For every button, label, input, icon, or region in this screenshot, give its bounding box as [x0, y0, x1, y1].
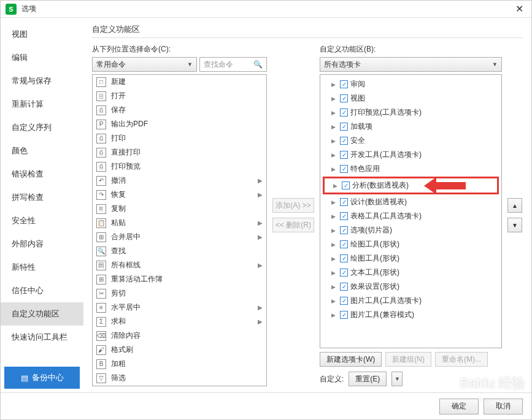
command-item[interactable]: ⎘复制 — [93, 202, 266, 216]
command-item[interactable]: ⊞合并居中▶ — [93, 230, 266, 244]
checkbox[interactable]: ✓ — [340, 311, 348, 319]
checkbox[interactable]: ✓ — [340, 94, 348, 102]
checkbox[interactable]: ✓ — [340, 109, 348, 116]
tree-item[interactable]: ▶✓开发工具(工具选项卡) — [323, 148, 499, 162]
checkbox[interactable]: ✓ — [340, 165, 348, 173]
command-source-dropdown[interactable]: 常用命令 ▼ — [92, 57, 197, 72]
checkbox[interactable]: ✓ — [340, 240, 348, 248]
command-item[interactable]: ↷恢复▶ — [93, 188, 266, 202]
checkbox[interactable]: ✓ — [340, 123, 348, 131]
expand-toggle-icon[interactable]: ▶ — [331, 312, 337, 318]
backup-center-button[interactable]: ▤ 备份中心 — [4, 367, 80, 389]
command-item[interactable]: ⎙打印 — [93, 131, 266, 145]
expand-toggle-icon[interactable]: ▶ — [331, 227, 337, 234]
expand-toggle-icon[interactable]: ▶ — [331, 213, 337, 220]
tree-item[interactable]: ▶✓特色应用 — [323, 162, 499, 176]
checkbox[interactable]: ✓ — [340, 198, 348, 206]
sidebar-item[interactable]: 编辑 — [1, 46, 83, 69]
add-button[interactable]: 添加(A) >> — [272, 198, 314, 213]
command-item[interactable]: ⎙打印预览 — [93, 159, 266, 174]
sidebar-item[interactable]: 安全性 — [1, 209, 83, 232]
tree-item[interactable]: ▶✓安全 — [323, 134, 499, 148]
tree-item[interactable]: ▶✓视图 — [323, 91, 499, 105]
reset-dropdown-toggle[interactable]: ▼ — [391, 372, 403, 386]
tree-item[interactable]: ▶✓加载项 — [323, 120, 499, 134]
tree-item[interactable]: ▶✓绘图工具(形状) — [323, 251, 499, 265]
checkbox[interactable]: ✓ — [340, 283, 348, 291]
command-item[interactable]: B加粗 — [93, 357, 266, 371]
command-item[interactable]: ≡水平居中▶ — [93, 300, 266, 315]
rename-button[interactable]: 重命名(M)... — [435, 352, 488, 367]
sidebar-item[interactable]: 拼写检查 — [1, 186, 83, 209]
sidebar-item[interactable]: 颜色 — [1, 139, 83, 162]
sidebar-item[interactable]: 外部内容 — [1, 232, 83, 256]
command-item[interactable]: ⊞重算活动工作簿 — [93, 272, 266, 286]
expand-toggle-icon[interactable]: ▶ — [331, 199, 337, 205]
new-group-button[interactable]: 新建组(N) — [385, 352, 431, 367]
sidebar-item[interactable]: 快速访问工具栏 — [1, 326, 83, 349]
tree-item[interactable]: ▶✓效果设置(形状) — [323, 280, 499, 294]
tree-item[interactable]: ▶✓绘图工具(形状) — [323, 237, 499, 251]
tree-item[interactable]: ▶✓选项(切片器) — [323, 223, 499, 237]
sidebar-item[interactable]: 视图 — [1, 23, 83, 46]
tree-item[interactable]: ▶✓分析(数据透视表) — [325, 178, 497, 193]
sidebar-item[interactable]: 自定义功能区 — [1, 302, 83, 326]
tree-item[interactable]: ▶✓审阅 — [323, 77, 499, 91]
reset-dropdown[interactable]: 重置(E) — [349, 372, 387, 386]
tree-item[interactable]: ▶✓图片工具(兼容模式) — [323, 308, 499, 322]
command-item[interactable]: 🖌格式刷 — [93, 343, 266, 357]
expand-toggle-icon[interactable]: ▶ — [331, 138, 337, 144]
command-list[interactable]: □新建⌸打开⎙保存P输出为PDF⎙打印⎙直接打印⎙打印预览↶撤消▶↷恢复▶⎘复制… — [92, 74, 267, 386]
checkbox[interactable]: ✓ — [340, 226, 348, 234]
expand-toggle-icon[interactable]: ▶ — [331, 110, 337, 116]
command-item[interactable]: P输出为PDF — [93, 117, 266, 131]
move-down-button[interactable]: ▼ — [507, 218, 522, 232]
command-item[interactable]: □新建 — [93, 75, 266, 89]
tree-item[interactable]: ▶✓图片工具(工具选项卡) — [323, 294, 499, 308]
command-item[interactable]: ⌫清除内容 — [93, 329, 266, 343]
command-item[interactable]: 📋粘贴▶ — [93, 216, 266, 230]
checkbox[interactable]: ✓ — [340, 269, 348, 277]
sidebar-item[interactable]: 新特性 — [1, 256, 83, 279]
expand-toggle-icon[interactable]: ▶ — [331, 124, 337, 130]
sidebar-item[interactable]: 常规与保存 — [1, 69, 83, 93]
expand-toggle-icon[interactable]: ▶ — [331, 298, 337, 304]
command-item[interactable]: ⌸打开 — [93, 89, 266, 103]
command-item[interactable]: ✂剪切 — [93, 286, 266, 300]
tree-item[interactable]: ▶✓文本工具(形状) — [323, 265, 499, 280]
tree-item[interactable]: ▶✓表格工具(工具选项卡) — [323, 209, 499, 223]
close-button[interactable]: ✕ — [512, 2, 526, 17]
command-item[interactable]: Σ求和▶ — [93, 315, 266, 329]
move-up-button[interactable]: ▲ — [507, 198, 522, 213]
command-item[interactable]: ▽筛选 — [93, 371, 266, 385]
checkbox[interactable]: ✓ — [340, 254, 348, 262]
expand-toggle-icon[interactable]: ▶ — [331, 152, 337, 158]
expand-toggle-icon[interactable]: ▶ — [331, 166, 337, 172]
checkbox[interactable]: ✓ — [340, 137, 348, 145]
command-item[interactable]: 🔍查找 — [93, 244, 266, 258]
checkbox[interactable]: ✓ — [340, 151, 348, 159]
expand-toggle-icon[interactable]: ▶ — [333, 183, 339, 189]
search-input[interactable]: 查找命令 🔍 — [199, 57, 267, 72]
ribbon-tree[interactable]: ▶✓审阅▶✓视图▶✓打印预览(工具选项卡)▶✓加载项▶✓安全▶✓开发工具(工具选… — [320, 74, 502, 348]
expand-toggle-icon[interactable]: ▶ — [331, 284, 337, 290]
command-item[interactable]: ⎙直接打印 — [93, 145, 266, 159]
expand-toggle-icon[interactable]: ▶ — [331, 270, 337, 276]
tree-item[interactable]: ▶✓打印预览(工具选项卡) — [323, 105, 499, 120]
command-item[interactable]: ⎙保存 — [93, 103, 266, 117]
expand-toggle-icon[interactable]: ▶ — [331, 96, 337, 102]
sidebar-item[interactable]: 错误检查 — [1, 162, 83, 186]
checkbox[interactable]: ✓ — [340, 80, 348, 88]
expand-toggle-icon[interactable]: ▶ — [331, 82, 337, 88]
command-item[interactable]: 田所有框线▶ — [93, 258, 266, 272]
cancel-button[interactable]: 取消 — [484, 399, 523, 414]
tree-item[interactable]: ▶✓设计(数据透视表) — [323, 195, 499, 209]
ok-button[interactable]: 确定 — [439, 399, 479, 414]
tab-scope-dropdown[interactable]: 所有选项卡 ▼ — [320, 57, 502, 72]
checkbox[interactable]: ✓ — [340, 212, 348, 220]
checkbox[interactable]: ✓ — [342, 181, 350, 189]
sidebar-item[interactable]: 重新计算 — [1, 93, 83, 116]
sidebar-item[interactable]: 信任中心 — [1, 279, 83, 302]
sidebar-item[interactable]: 自定义序列 — [1, 116, 83, 139]
new-tab-button[interactable]: 新建选项卡(W) — [320, 352, 382, 367]
